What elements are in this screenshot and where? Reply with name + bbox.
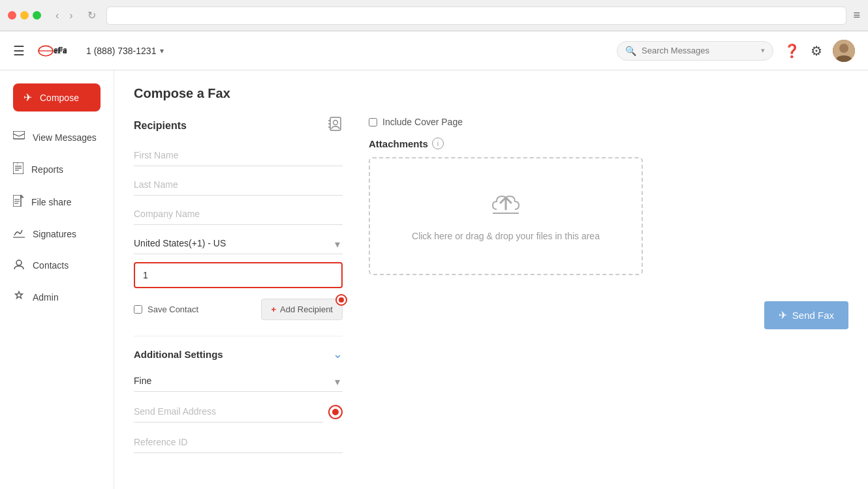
sidebar-item-view-messages[interactable]: View Messages xyxy=(0,122,114,153)
minimize-button[interactable] xyxy=(20,11,29,20)
cover-page-checkbox[interactable] xyxy=(369,118,377,126)
fax-number-input[interactable] xyxy=(134,262,343,288)
reference-id-input[interactable] xyxy=(134,432,343,453)
file-share-label: File share xyxy=(31,197,71,207)
attachments-info-icon[interactable]: i xyxy=(432,138,444,149)
last-name-field[interactable] xyxy=(134,174,343,196)
signatures-icon xyxy=(13,228,25,241)
company-field[interactable] xyxy=(134,203,343,225)
last-name-input[interactable] xyxy=(134,174,343,196)
search-box[interactable]: 🔍 ▾ xyxy=(617,41,773,61)
logo-svg: eFax eFax eFax ® xyxy=(38,39,67,63)
admin-label: Admin xyxy=(33,292,59,303)
content-area: ✈ Compose View Messages ? Reports xyxy=(0,70,868,489)
reference-id-field[interactable] xyxy=(134,432,343,453)
email-toggle-inner xyxy=(332,409,339,415)
additional-settings-title: Additional Settings xyxy=(134,349,223,360)
page-title: Compose a Fax xyxy=(134,86,848,101)
sidebar: ✈ Compose View Messages ? Reports xyxy=(0,70,114,489)
svg-rect-9 xyxy=(13,131,25,139)
efax-logo[interactable]: eFax eFax eFax ® xyxy=(38,41,67,61)
sidebar-item-admin[interactable]: Admin xyxy=(0,281,114,314)
email-toggle-circle[interactable] xyxy=(328,405,343,419)
close-button[interactable] xyxy=(8,11,16,20)
app-container: ☰ eFax eFax eFax ® 1 (888) 738-1231 ▾ 🔍 xyxy=(0,31,868,489)
svg-point-22 xyxy=(16,260,22,265)
additional-settings-toggle[interactable]: Additional Settings ⌄ xyxy=(134,347,343,361)
svg-text:®: ® xyxy=(66,47,67,50)
sidebar-item-contacts[interactable]: Contacts xyxy=(0,250,114,281)
save-contact-text: Save Contact xyxy=(147,304,198,314)
nav-buttons: ‹ › xyxy=(52,8,77,23)
signatures-label: Signatures xyxy=(33,229,76,239)
maximize-button[interactable] xyxy=(33,11,41,20)
sidebar-item-file-share[interactable]: File share xyxy=(0,186,114,218)
avatar[interactable] xyxy=(833,40,855,62)
help-icon[interactable]: ❓ xyxy=(784,43,800,59)
svg-rect-17 xyxy=(13,195,21,207)
recipients-section-header: Recipients xyxy=(134,117,343,134)
sidebar-item-signatures[interactable]: Signatures xyxy=(0,218,114,250)
cover-page-row: Include Cover Page xyxy=(369,117,848,127)
send-fax-label: Send Fax xyxy=(792,310,834,321)
add-recipient-badge xyxy=(335,294,347,306)
red-dot xyxy=(339,297,344,303)
compose-left: Recipients xyxy=(134,117,343,461)
reload-button[interactable]: ↻ xyxy=(84,8,100,23)
search-icon: 🔍 xyxy=(625,46,636,56)
address-book-icon[interactable] xyxy=(328,117,343,134)
additional-settings-chevron-icon: ⌄ xyxy=(333,347,343,361)
traffic-lights xyxy=(8,11,41,20)
additional-settings-section: Additional Settings ⌄ Fine Standard Supe… xyxy=(134,336,343,453)
country-select[interactable]: United States(+1) - US Canada(+1) - CA U… xyxy=(134,233,343,254)
main-content: Compose a Fax Recipients xyxy=(114,70,868,489)
phone-chevron-icon: ▾ xyxy=(160,46,164,55)
settings-icon[interactable]: ⚙ xyxy=(811,43,822,59)
address-bar xyxy=(106,7,847,25)
admin-icon xyxy=(13,290,25,304)
compose-right: Include Cover Page Attachments i xyxy=(369,117,848,461)
company-input[interactable] xyxy=(134,203,343,225)
country-field[interactable]: United States(+1) - US Canada(+1) - CA U… xyxy=(134,233,343,254)
forward-button[interactable]: › xyxy=(65,8,76,23)
reports-icon: ? xyxy=(13,162,23,177)
compose-icon: ✈ xyxy=(23,91,32,104)
view-messages-label: View Messages xyxy=(33,132,97,143)
send-email-input[interactable] xyxy=(134,401,323,422)
top-nav: ☰ eFax eFax eFax ® 1 (888) 738-1231 ▾ 🔍 xyxy=(0,31,868,70)
drop-zone-text: Click here or drag & drop your files in … xyxy=(383,231,628,241)
drop-zone[interactable]: Click here or drag & drop your files in … xyxy=(369,157,643,275)
hamburger-menu[interactable]: ☰ xyxy=(13,43,25,59)
save-contact-label[interactable]: Save Contact xyxy=(134,304,198,314)
svg-text:eFax: eFax xyxy=(54,45,67,55)
save-contact-checkbox[interactable] xyxy=(134,305,142,314)
email-toggle[interactable] xyxy=(328,405,343,419)
quality-select[interactable]: Fine Standard Superfine xyxy=(134,370,343,392)
quality-field[interactable]: Fine Standard Superfine xyxy=(134,370,343,392)
first-name-field[interactable] xyxy=(134,145,343,166)
svg-text:?: ? xyxy=(16,162,18,166)
back-button[interactable]: ‹ xyxy=(52,8,63,23)
file-share-icon xyxy=(13,195,23,209)
compose-layout: Recipients xyxy=(134,117,848,461)
compose-label: Compose xyxy=(40,93,79,103)
phone-number-selector[interactable]: 1 (888) 738-1231 ▾ xyxy=(86,46,164,56)
send-fax-button[interactable]: ✈ Send Fax xyxy=(764,301,848,329)
first-name-input[interactable] xyxy=(134,145,343,166)
svg-point-8 xyxy=(839,44,848,53)
nav-right: 🔍 ▾ ❓ ⚙ xyxy=(617,40,855,62)
add-recipient-button[interactable]: + Add Recipient xyxy=(261,299,343,320)
fax-number-field[interactable] xyxy=(134,262,343,288)
phone-number-text: 1 (888) 738-1231 xyxy=(86,46,156,56)
attachments-header: Attachments i xyxy=(369,138,848,149)
browser-menu-button[interactable]: ≡ xyxy=(853,8,860,22)
messages-icon xyxy=(13,131,25,144)
search-dropdown-icon[interactable]: ▾ xyxy=(761,46,765,55)
sidebar-item-reports[interactable]: ? Reports xyxy=(0,153,114,186)
add-recipient-text: Add Recipient xyxy=(280,304,333,314)
contacts-icon xyxy=(13,259,25,272)
compose-button[interactable]: ✈ Compose xyxy=(13,83,101,111)
actions-row: Save Contact + Add Recipient xyxy=(134,299,343,320)
search-input[interactable] xyxy=(642,46,756,55)
contacts-label: Contacts xyxy=(33,260,69,271)
